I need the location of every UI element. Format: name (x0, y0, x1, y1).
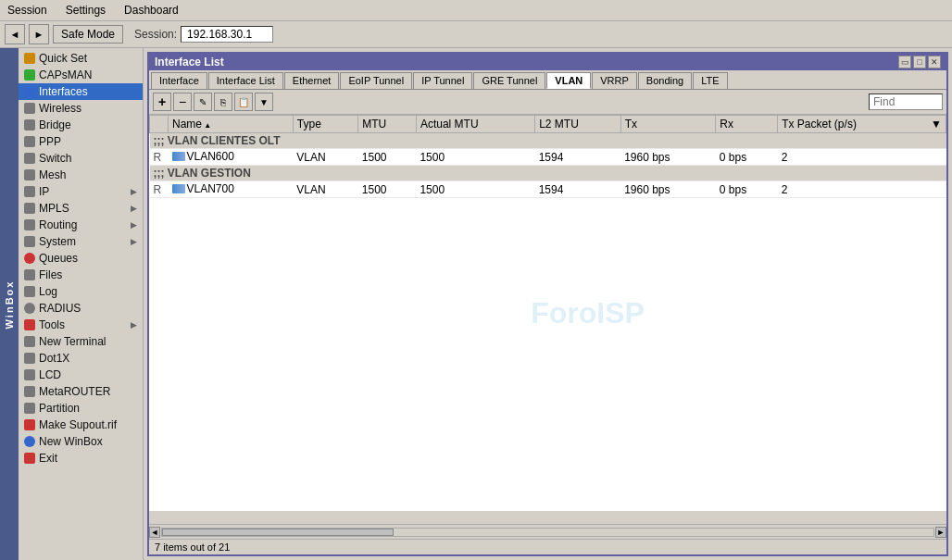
sidebar-item-interfaces[interactable]: Interfaces (19, 83, 143, 100)
sidebar-item-make-supout[interactable]: Make Supout.rif (19, 417, 143, 433)
paste-button[interactable]: 📋 (234, 93, 253, 111)
tab-ip-tunnel[interactable]: IP Tunnel (413, 72, 472, 89)
sidebar-item-capsman[interactable]: CAPsMAN (19, 67, 143, 83)
make-supout-icon (24, 419, 35, 430)
tab-interface[interactable]: Interface (151, 72, 207, 89)
scroll-right-button[interactable]: ► (935, 527, 946, 538)
minimize-button[interactable]: ▭ (898, 56, 911, 68)
sidebar-item-wireless[interactable]: Wireless (19, 100, 143, 117)
sidebar-item-queues[interactable]: Queues (19, 250, 143, 267)
sidebar: Quick Set CAPsMAN Interfaces Wireless Br… (19, 48, 144, 560)
back-button[interactable]: ◄ (5, 24, 25, 44)
section-header-gestion: ;;; VLAN GESTION (150, 166, 946, 181)
tools-icon (24, 319, 35, 330)
session-label: Session: (134, 28, 177, 41)
vlan700-cell: VLAN700 (172, 182, 234, 195)
tab-lte[interactable]: LTE (693, 72, 727, 89)
sidebar-item-label: Routing (39, 218, 77, 231)
menu-session[interactable]: Session (4, 2, 51, 19)
watermark: ForoISP (531, 296, 645, 330)
sidebar-item-label: Dot1X (39, 352, 69, 365)
sidebar-item-label: Wireless (39, 102, 81, 115)
sidebar-item-routing[interactable]: Routing ▶ (19, 217, 143, 233)
tab-gre-tunnel[interactable]: GRE Tunnel (473, 72, 545, 89)
sidebar-item-metarouter[interactable]: MetaROUTER (19, 383, 143, 400)
close-button[interactable]: ✕ (928, 56, 941, 68)
sidebar-item-log[interactable]: Log (19, 283, 143, 300)
partition-icon (24, 403, 35, 414)
safe-mode-button[interactable]: Safe Mode (53, 25, 123, 44)
forward-button[interactable]: ► (29, 24, 49, 44)
sidebar-item-mesh[interactable]: Mesh (19, 167, 143, 183)
sidebar-item-partition[interactable]: Partition (19, 400, 143, 417)
add-button[interactable]: + (153, 93, 171, 111)
col-l2mtu[interactable]: L2 MTU (535, 116, 620, 133)
col-options-icon[interactable]: ▼ (931, 118, 942, 131)
queues-icon (24, 253, 35, 264)
find-input[interactable] (869, 93, 943, 110)
sidebar-item-exit[interactable]: Exit (19, 450, 143, 467)
col-mtu[interactable]: MTU (358, 116, 417, 133)
sidebar-item-ip[interactable]: IP ▶ (19, 183, 143, 200)
sidebar-item-dot1x[interactable]: Dot1X (19, 350, 143, 367)
sidebar-item-mpls[interactable]: MPLS ▶ (19, 200, 143, 217)
sidebar-item-quick-set[interactable]: Quick Set (19, 50, 143, 67)
tools-arrow: ▶ (131, 320, 137, 330)
sidebar-item-ppp[interactable]: PPP (19, 133, 143, 150)
col-flag[interactable] (150, 116, 169, 133)
tab-bonding[interactable]: Bonding (638, 72, 692, 89)
table-row[interactable]: R VLAN700 VLAN 1500 1500 (150, 181, 946, 198)
col-tx-packet[interactable]: Tx Packet (p/s) ▼ (778, 116, 946, 133)
sidebar-item-switch[interactable]: Switch (19, 150, 143, 167)
exit-icon (24, 453, 35, 464)
col-type[interactable]: Type (293, 116, 357, 133)
sidebar-item-lcd[interactable]: LCD (19, 367, 143, 383)
remove-button[interactable]: − (173, 93, 192, 111)
col-name[interactable]: Name (169, 116, 294, 133)
tab-ethernet[interactable]: Ethernet (284, 72, 340, 89)
col-tx[interactable]: Tx (620, 116, 716, 133)
capsman-icon (24, 69, 35, 81)
maximize-button[interactable]: □ (913, 56, 926, 68)
sidebar-item-tools[interactable]: Tools ▶ (19, 317, 143, 333)
sidebar-item-system[interactable]: System ▶ (19, 233, 143, 250)
row-actual-mtu: 1500 (416, 181, 534, 198)
dot1x-icon (24, 353, 35, 364)
sidebar-item-bridge[interactable]: Bridge (19, 117, 143, 133)
panel-title-controls: ▭ □ ✕ (898, 56, 941, 68)
winbox-strip: WinBox (0, 48, 19, 560)
new-winbox-icon (24, 436, 35, 447)
sidebar-item-label: Bridge (39, 118, 71, 131)
sidebar-item-files[interactable]: Files (19, 267, 143, 283)
row-rx: 0 bps (716, 149, 778, 166)
col-rx[interactable]: Rx (716, 116, 778, 133)
quick-set-icon (24, 53, 35, 64)
col-actual-mtu[interactable]: Actual MTU (416, 116, 534, 133)
sidebar-item-new-terminal[interactable]: New Terminal (19, 333, 143, 350)
sidebar-item-label: RADIUS (39, 302, 81, 315)
sidebar-item-new-winbox[interactable]: New WinBox (19, 433, 143, 450)
system-icon (24, 236, 35, 247)
mpls-icon (24, 203, 35, 214)
tab-vlan[interactable]: VLAN (546, 72, 591, 89)
filter-button[interactable]: ▼ (255, 93, 273, 111)
status-bar: 7 items out of 21 (149, 539, 946, 554)
edit-button[interactable]: ✎ (194, 93, 212, 111)
scroll-left-button[interactable]: ◄ (149, 527, 160, 538)
sidebar-item-label: CAPsMAN (39, 68, 92, 81)
winbox-label: WinBox (4, 280, 15, 329)
routing-arrow: ▶ (131, 220, 137, 230)
menu-settings[interactable]: Settings (62, 2, 109, 19)
sidebar-item-radius[interactable]: RADIUS (19, 300, 143, 317)
copy-button[interactable]: ⎘ (214, 93, 232, 111)
panel-title-bar: Interface List ▭ □ ✕ (149, 54, 946, 70)
main-layout: WinBox Quick Set CAPsMAN Interfaces Wire… (0, 48, 952, 560)
menu-dashboard[interactable]: Dashboard (120, 2, 182, 19)
interfaces-icon (24, 86, 35, 97)
tab-interface-list[interactable]: Interface List (208, 72, 283, 89)
table-row[interactable]: R VLAN600 VLAN 1500 1500 (150, 149, 946, 166)
lcd-icon (24, 369, 35, 380)
tab-vrrp[interactable]: VRRP (592, 72, 637, 89)
horizontal-scrollbar-track[interactable] (161, 528, 934, 537)
tab-eoip-tunnel[interactable]: EoIP Tunnel (340, 72, 412, 89)
